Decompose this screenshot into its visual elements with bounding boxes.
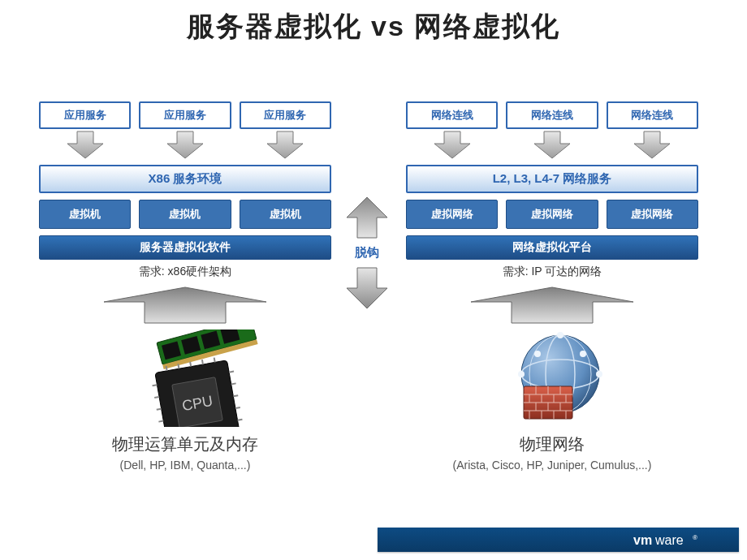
network-globe-image bbox=[406, 330, 698, 427]
network-services-bar: L2, L3, L4-7 网络服务 bbox=[406, 165, 698, 193]
svg-line-15 bbox=[231, 383, 236, 384]
svg-line-12 bbox=[158, 421, 163, 422]
network-virtualization-bar: 网络虚拟化平台 bbox=[406, 235, 698, 260]
svg-line-22 bbox=[202, 360, 203, 364]
up-arrow-icon bbox=[343, 193, 391, 242]
right-down-arrows bbox=[406, 129, 698, 162]
slide-title: 服务器虚拟化 vs 网络虚拟化 bbox=[0, 8, 747, 45]
right-bottom-sub: (Arista, Cisco, HP, Juniper, Cumulus,...… bbox=[406, 459, 698, 472]
server-virtualization-bar: 服务器虚拟化软件 bbox=[39, 235, 331, 260]
svg-line-23 bbox=[214, 358, 215, 363]
slide: 服务器虚拟化 vs 网络虚拟化 应用服务 应用服务 应用服务 X86 服务环境 … bbox=[0, 0, 747, 560]
down-arrow-icon bbox=[343, 264, 391, 312]
vm-box: 虚拟机 bbox=[139, 200, 231, 229]
left-column: 应用服务 应用服务 应用服务 X86 服务环境 虚拟机 虚拟机 虚拟机 服务器虚… bbox=[39, 101, 331, 472]
right-up-arrow bbox=[406, 284, 698, 325]
app-service-box: 应用服务 bbox=[240, 101, 331, 129]
svg-point-35 bbox=[518, 371, 525, 377]
net-conn-box: 网络连线 bbox=[607, 101, 698, 129]
svg-line-17 bbox=[235, 407, 240, 408]
cpu-memory-image: CPU bbox=[39, 330, 331, 427]
net-conn-box: 网络连线 bbox=[506, 101, 598, 129]
virtual-network-box: 虚拟网络 bbox=[607, 200, 698, 229]
right-mid-row: 虚拟网络 虚拟网络 虚拟网络 bbox=[406, 200, 698, 229]
left-requirement: 需求: x86硬件架构 bbox=[39, 265, 331, 279]
left-bottom-title: 物理运算单元及内存 bbox=[39, 433, 331, 455]
vm-box: 虚拟机 bbox=[39, 200, 131, 229]
svg-point-37 bbox=[557, 332, 563, 338]
right-bottom-title: 物理网络 bbox=[406, 433, 698, 455]
virtual-network-box: 虚拟网络 bbox=[506, 200, 598, 229]
down-arrow-icon bbox=[607, 129, 698, 162]
svg-point-36 bbox=[596, 371, 602, 377]
left-up-arrow bbox=[39, 284, 331, 325]
down-arrow-icon bbox=[406, 129, 498, 162]
svg-line-21 bbox=[190, 362, 191, 367]
svg-text:®: ® bbox=[693, 534, 697, 541]
left-top-row: 应用服务 应用服务 应用服务 bbox=[39, 101, 331, 129]
svg-line-19 bbox=[166, 366, 167, 371]
app-service-box: 应用服务 bbox=[139, 101, 231, 129]
virtual-network-box: 虚拟网络 bbox=[406, 200, 498, 229]
right-column: 网络连线 网络连线 网络连线 L2, L3, L4-7 网络服务 虚拟网络 虚拟… bbox=[406, 101, 698, 472]
down-arrow-icon bbox=[240, 129, 331, 162]
down-arrow-icon bbox=[39, 129, 131, 162]
vm-box: 虚拟机 bbox=[240, 200, 331, 229]
footer-bar: vmware® bbox=[378, 528, 739, 552]
right-requirement: 需求: IP 可达的网络 bbox=[406, 265, 698, 279]
right-top-row: 网络连线 网络连线 网络连线 bbox=[406, 101, 698, 129]
svg-line-18 bbox=[238, 420, 243, 420]
svg-line-11 bbox=[157, 409, 162, 410]
svg-line-14 bbox=[229, 372, 234, 373]
center-column: 脱钩 bbox=[335, 193, 399, 312]
app-service-box: 应用服务 bbox=[39, 101, 131, 129]
down-arrow-icon bbox=[139, 129, 231, 162]
svg-line-10 bbox=[154, 397, 159, 398]
svg-line-16 bbox=[233, 395, 238, 396]
vmware-logo: vmware® bbox=[633, 532, 723, 549]
decouple-label: 脱钩 bbox=[355, 245, 379, 261]
net-conn-box: 网络连线 bbox=[406, 101, 498, 129]
x86-env-bar: X86 服务环境 bbox=[39, 165, 331, 193]
svg-line-20 bbox=[178, 364, 179, 368]
left-bottom-sub: (Dell, HP, IBM, Quanta,...) bbox=[39, 459, 331, 472]
svg-text:ware: ware bbox=[654, 533, 684, 547]
svg-point-33 bbox=[534, 351, 541, 357]
down-arrow-icon bbox=[506, 129, 598, 162]
left-down-arrows bbox=[39, 129, 331, 162]
left-mid-row: 虚拟机 虚拟机 虚拟机 bbox=[39, 200, 331, 229]
svg-point-34 bbox=[580, 351, 586, 357]
svg-text:vm: vm bbox=[633, 533, 652, 547]
svg-line-9 bbox=[153, 385, 158, 386]
